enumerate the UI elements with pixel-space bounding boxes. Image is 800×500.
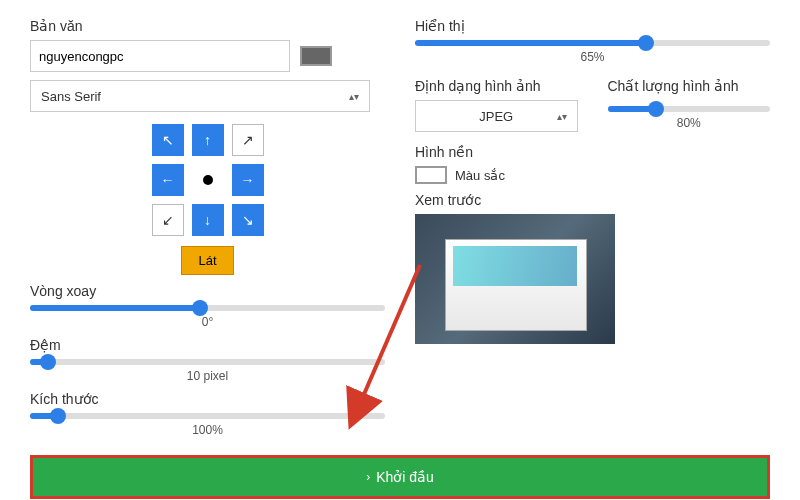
dir-right[interactable]: →	[232, 164, 264, 196]
padding-slider[interactable]: 10 pixel	[30, 359, 385, 383]
display-label: Hiển thị	[415, 18, 770, 34]
rotation-label: Vòng xoay	[30, 283, 385, 299]
padding-label: Đệm	[30, 337, 385, 353]
quality-slider[interactable]: 80%	[608, 106, 771, 130]
text-label: Bản văn	[30, 18, 385, 34]
display-slider[interactable]: 65%	[415, 40, 770, 64]
chevron-right-icon: ›	[366, 470, 370, 484]
background-color-swatch[interactable]	[415, 166, 447, 184]
dir-bottom[interactable]: ↓	[192, 204, 224, 236]
start-button[interactable]: › Khởi đầu	[30, 455, 770, 499]
font-select-value: Sans Serif	[41, 89, 101, 104]
format-select[interactable]: JPEG ▴▾	[415, 100, 578, 132]
dir-bottom-left[interactable]: ↙	[152, 204, 184, 236]
padding-value: 10 pixel	[30, 369, 385, 383]
display-value: 65%	[415, 50, 770, 64]
preview-label: Xem trước	[415, 192, 770, 208]
quality-value: 80%	[608, 116, 771, 130]
format-select-value: JPEG	[479, 109, 513, 124]
preview-image	[415, 214, 615, 344]
background-label: Hình nền	[415, 144, 770, 160]
start-button-label: Khởi đầu	[376, 469, 434, 485]
background-mode: Màu sắc	[455, 168, 505, 183]
text-color-swatch[interactable]	[300, 46, 332, 66]
size-label: Kích thước	[30, 391, 385, 407]
rotation-slider[interactable]: 0°	[30, 305, 385, 329]
tile-button[interactable]: Lát	[181, 246, 233, 275]
dir-left[interactable]: ←	[152, 164, 184, 196]
chevron-updown-icon: ▴▾	[557, 111, 567, 122]
dir-bottom-right[interactable]: ↘	[232, 204, 264, 236]
dir-top[interactable]: ↑	[192, 124, 224, 156]
dir-center[interactable]	[192, 164, 224, 196]
rotation-value: 0°	[30, 315, 385, 329]
direction-grid: ↖ ↑ ↗ ← → ↙ ↓ ↘	[152, 124, 264, 236]
quality-label: Chất lượng hình ảnh	[608, 78, 771, 94]
dir-top-left[interactable]: ↖	[152, 124, 184, 156]
text-input[interactable]	[30, 40, 290, 72]
size-slider[interactable]: 100%	[30, 413, 385, 437]
format-label: Định dạng hình ảnh	[415, 78, 578, 94]
font-select[interactable]: Sans Serif ▴▾	[30, 80, 370, 112]
dir-top-right[interactable]: ↗	[232, 124, 264, 156]
size-value: 100%	[30, 423, 385, 437]
chevron-updown-icon: ▴▾	[349, 91, 359, 102]
